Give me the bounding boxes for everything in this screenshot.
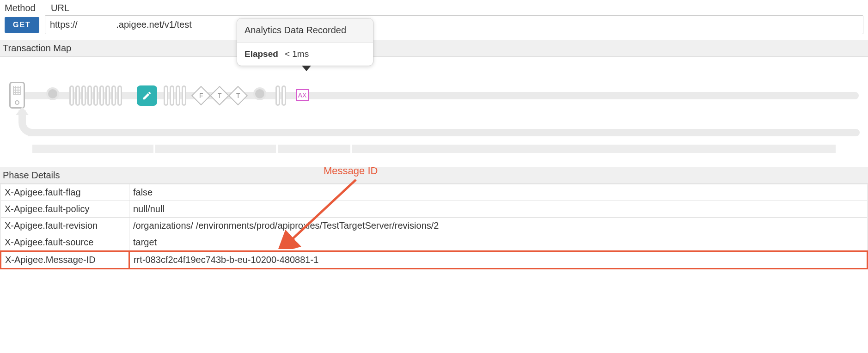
condition-diamond[interactable]: T bbox=[210, 86, 229, 105]
table-row: X-Apigee.Message-IDrrt-083cf2c4f19ec743b… bbox=[1, 251, 868, 269]
transaction-map-header: Transaction Map bbox=[0, 40, 868, 57]
phase-key: X-Apigee.fault-flag bbox=[1, 184, 129, 201]
flow-circle-icon[interactable] bbox=[253, 87, 266, 100]
return-flow-arrow bbox=[9, 108, 860, 135]
phase-segment-bar bbox=[0, 145, 868, 167]
phase-value: null/null bbox=[129, 201, 868, 218]
url-input[interactable] bbox=[45, 15, 863, 34]
message-id-annotation: Message ID bbox=[324, 165, 378, 177]
method-label: Method bbox=[5, 3, 51, 13]
phase-key: X-Apigee.Message-ID bbox=[1, 251, 129, 269]
phase-key: X-Apigee.fault-revision bbox=[1, 218, 129, 234]
tooltip-title: Analytics Data Recorded bbox=[237, 18, 373, 43]
phase-value: rrt-083cf2c4f19ec743b-b-eu-10200-480881-… bbox=[129, 251, 868, 269]
policy-pill-group-2[interactable] bbox=[164, 85, 186, 106]
phase-segment[interactable] bbox=[278, 145, 350, 153]
flow-circle-icon[interactable] bbox=[46, 87, 59, 100]
method-button[interactable]: GET bbox=[5, 17, 39, 33]
phase-segment[interactable] bbox=[32, 145, 153, 153]
tooltip-tail-icon bbox=[302, 66, 311, 71]
phase-details-table: X-Apigee.fault-flagfalseX-Apigee.fault-p… bbox=[0, 184, 868, 269]
analytics-tooltip: Analytics Data Recorded Elapsed < 1ms bbox=[237, 18, 373, 66]
condition-diamond[interactable]: F bbox=[191, 86, 211, 105]
table-row: X-Apigee.fault-sourcetarget bbox=[1, 234, 868, 251]
condition-diamond[interactable]: T bbox=[228, 86, 248, 105]
tooltip-elapsed-label: Elapsed bbox=[245, 49, 278, 59]
table-row: X-Apigee.fault-revision/organizations/ /… bbox=[1, 218, 868, 234]
phase-details-header: Phase Details bbox=[0, 167, 868, 184]
table-row: X-Apigee.fault-policynull/null bbox=[1, 201, 868, 218]
phase-key: X-Apigee.fault-source bbox=[1, 234, 129, 251]
condition-diamond-group[interactable]: F T T bbox=[194, 85, 245, 103]
transaction-map: F T T AX Analytics Data Recorded Elapsed… bbox=[0, 57, 868, 145]
tooltip-elapsed-value: < 1ms bbox=[285, 49, 309, 59]
edit-policy-icon[interactable] bbox=[137, 85, 157, 106]
client-phone-icon bbox=[9, 82, 25, 109]
phase-key: X-Apigee.fault-policy bbox=[1, 201, 129, 218]
phase-value: target bbox=[129, 234, 868, 251]
policy-pill-group[interactable] bbox=[69, 85, 122, 106]
analytics-node[interactable]: AX bbox=[296, 89, 309, 101]
phase-segment[interactable] bbox=[352, 145, 836, 153]
phase-value: false bbox=[129, 184, 868, 201]
table-row: X-Apigee.fault-flagfalse bbox=[1, 184, 868, 201]
url-label: URL bbox=[51, 3, 863, 13]
policy-pill-group-3[interactable] bbox=[275, 85, 286, 106]
phase-value: /organizations/ /environments/prod/apipr… bbox=[129, 218, 868, 234]
phase-segment[interactable] bbox=[155, 145, 276, 153]
